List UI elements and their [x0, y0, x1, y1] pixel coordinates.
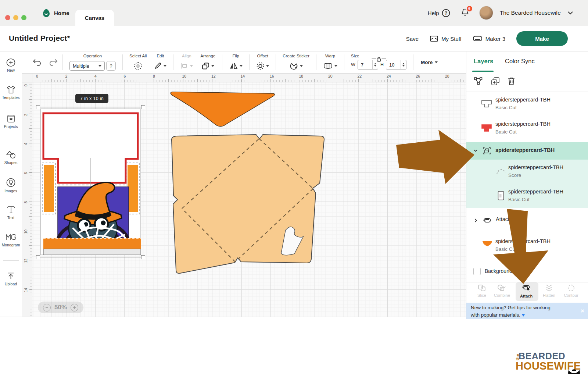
canvas-tab-label: Canvas: [85, 15, 104, 21]
caret-down-icon: [211, 65, 214, 67]
machine-icon: [473, 35, 483, 42]
contour-label: Contour: [564, 293, 578, 298]
window-zoom-button[interactable]: [21, 15, 26, 20]
chevron-down-icon[interactable]: [567, 11, 573, 15]
sidebar-label-templates: Templates: [2, 95, 20, 100]
align-icon: [180, 63, 189, 69]
attach-button[interactable]: Attach: [516, 284, 537, 298]
operation-label: Operation: [83, 54, 102, 60]
sidebar-item-monogram[interactable]: Monogram: [0, 232, 22, 247]
tab-home[interactable]: Home: [37, 0, 75, 26]
avatar[interactable]: [479, 6, 493, 20]
edit-menu-button[interactable]: Edit: [150, 51, 170, 73]
create-sticker-button[interactable]: Create Sticker: [279, 51, 313, 73]
offset-menu-button[interactable]: Offset: [252, 51, 273, 73]
height-input[interactable]: 10: [386, 60, 406, 70]
redo-button[interactable]: [49, 58, 58, 67]
layer-type: Basic Cut: [495, 246, 517, 252]
layer-row-liner[interactable]: spidersteppercard-TBH Basic Cut: [466, 184, 588, 208]
selection-handle-top-left[interactable]: [36, 105, 40, 109]
sidebar-item-text[interactable]: Text: [0, 205, 22, 220]
sidebar-item-images[interactable]: Images: [0, 178, 22, 193]
align-menu-button[interactable]: Align: [176, 51, 197, 73]
delete-button[interactable]: [508, 77, 515, 86]
selection-handle-bottom-left[interactable]: [36, 255, 40, 259]
make-button[interactable]: Make: [516, 31, 568, 46]
layer-row-selected-group[interactable]: spidersteppercard-TBH: [466, 142, 588, 160]
combine-button[interactable]: Combine: [491, 284, 513, 298]
selection-handle-top-right[interactable]: [141, 105, 145, 109]
ruler-tick-label: 2: [65, 74, 68, 78]
sidebar-item-projects[interactable]: Projects: [0, 114, 22, 129]
window-minimize-button[interactable]: [13, 15, 18, 20]
undo-button[interactable]: [32, 58, 42, 67]
layer-row-attach-group[interactable]: Attach: [466, 212, 588, 229]
save-button[interactable]: Save: [406, 36, 419, 42]
height-value: 10: [386, 62, 401, 68]
height-stepper[interactable]: [401, 60, 406, 69]
project-bar: Untitled Project* Save My Stuff Maker 3: [0, 26, 588, 51]
chevron-down-icon[interactable]: [473, 149, 478, 152]
help-button[interactable]: Help ?: [428, 9, 450, 17]
tab-color-sync[interactable]: Color Sync: [505, 58, 535, 65]
layer-row[interactable]: spidersteppercard-TBH Basic Cut: [466, 116, 588, 140]
layer-thumbnail-liner: [496, 190, 505, 201]
sidebar-item-shapes[interactable]: Shapes: [0, 150, 22, 165]
layer-row[interactable]: spidersteppercard-TBH Basic Cut: [466, 232, 588, 257]
ruler-tick-label: 2: [24, 112, 28, 117]
selection-handle-bottom-right[interactable]: [141, 255, 145, 259]
banner-close-button[interactable]: ×: [581, 307, 584, 315]
zoom-in-button[interactable]: [71, 304, 78, 311]
select-all-button[interactable]: Select All: [126, 51, 150, 73]
my-stuff-button[interactable]: My Stuff: [430, 35, 462, 42]
contour-button[interactable]: Contour: [560, 284, 582, 298]
tab-canvas[interactable]: Canvas: [75, 10, 114, 26]
project-title: Untitled Project*: [9, 34, 70, 43]
zoom-out-button[interactable]: [43, 304, 51, 311]
envelope-object[interactable]: [167, 132, 326, 279]
operation-select[interactable]: Multiple: [69, 61, 105, 71]
flip-menu-button[interactable]: Flip: [225, 51, 246, 73]
layers-toolbar: [466, 72, 588, 92]
warp-menu-button[interactable]: Warp: [319, 51, 341, 73]
sidebar-divider: [3, 260, 19, 261]
more-menu-button[interactable]: More: [416, 60, 442, 65]
layer-type: Basic Cut: [495, 105, 517, 110]
operation-group: Operation Multiple ?: [66, 51, 119, 73]
group-tool-button[interactable]: [474, 77, 483, 86]
layer-row[interactable]: spidersteppercard-TBH Basic Cut: [466, 92, 588, 116]
orange-triangle-object[interactable]: [165, 88, 279, 132]
help-question-icon: ?: [442, 9, 450, 17]
group-icon: [483, 147, 491, 155]
window-close-button[interactable]: [5, 15, 10, 20]
home-tab-label: Home: [54, 10, 69, 16]
offset-icon: [256, 62, 265, 70]
sidebar-item-templates[interactable]: Templates: [0, 85, 22, 100]
sidebar-item-new[interactable]: New: [0, 58, 22, 72]
tab-layers[interactable]: Layers: [474, 58, 493, 65]
slice-icon: [477, 284, 486, 292]
layer-name: Attach: [496, 216, 511, 222]
flatten-button[interactable]: Flatten: [538, 284, 560, 298]
layer-name: spidersteppercard-TBH: [495, 121, 551, 127]
notifications-button[interactable]: 6: [460, 8, 470, 18]
slice-button[interactable]: Slice: [471, 284, 492, 298]
layer-name: spidersteppercard-TBH: [508, 189, 563, 195]
help-label: Help: [428, 10, 439, 16]
layer-row-background[interactable]: Background: [466, 264, 588, 279]
layer-thumbnail-score: [496, 168, 506, 176]
arrange-menu-button[interactable]: Arrange: [197, 51, 219, 73]
app-window: Home Canvas Help ? 6 The Bearded Hous: [0, 0, 588, 374]
ruler-corner: [22, 74, 32, 82]
sidebar-item-upload[interactable]: Upload: [0, 271, 22, 286]
chevron-right-icon[interactable]: [474, 218, 477, 223]
size-lock-button[interactable]: [372, 56, 386, 62]
ruler-tick-label: 4: [94, 74, 97, 78]
operation-help-button[interactable]: ?: [106, 61, 116, 71]
shapes-icon: [6, 150, 16, 159]
layer-row-score[interactable]: spidersteppercard-TBH Score: [466, 160, 588, 184]
background-checkbox[interactable]: [473, 268, 481, 275]
duplicate-button[interactable]: [491, 77, 500, 86]
machine-select[interactable]: Maker 3: [473, 35, 505, 42]
ruler-tick-label: 4: [24, 141, 28, 146]
